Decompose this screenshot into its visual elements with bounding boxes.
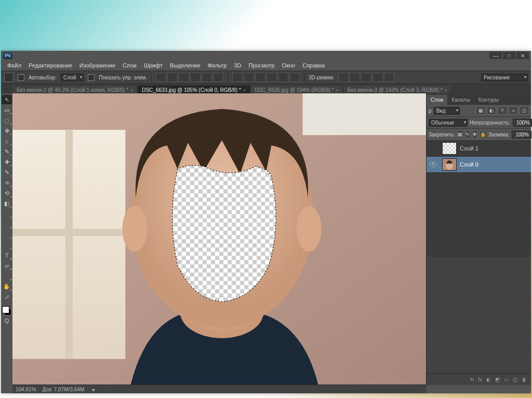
close-icon[interactable]: ×	[336, 88, 339, 93]
filter-type-dropdown[interactable]: Вид	[434, 107, 460, 115]
lock-all-icon[interactable]: 🔒	[480, 130, 486, 139]
menu-view[interactable]: Просмотр	[245, 61, 277, 70]
titlebar: Ps — □ ✕	[1, 51, 531, 60]
crop-tool[interactable]: ⌕	[2, 136, 12, 146]
brush-tool[interactable]: ✎	[2, 168, 12, 177]
minimize-button[interactable]: —	[489, 52, 502, 59]
workspace-dropdown[interactable]: Рисование	[481, 74, 528, 81]
type-tool[interactable]: T	[2, 251, 12, 260]
eraser-tool[interactable]: ◧	[2, 199, 12, 208]
blur-tool[interactable]	[2, 219, 12, 229]
layer-name[interactable]: Слой 1	[460, 145, 478, 152]
show-controls-checkbox[interactable]	[88, 74, 95, 81]
move-tool-icon[interactable]	[4, 73, 14, 82]
distribute-icon[interactable]	[232, 73, 243, 82]
gradient-tool[interactable]	[2, 209, 12, 218]
menu-filter[interactable]: Фильтр	[204, 61, 230, 70]
align-icon[interactable]	[156, 73, 166, 82]
move-tool[interactable]: ↖	[2, 95, 12, 104]
3d-icon[interactable]	[384, 73, 394, 82]
3d-icon[interactable]	[361, 73, 371, 82]
menu-type[interactable]: Шрифт	[141, 61, 166, 70]
menu-layer[interactable]: Слои	[119, 61, 140, 70]
3d-icon[interactable]	[350, 73, 360, 82]
tab-paths[interactable]: Контуры	[474, 95, 503, 105]
heal-tool[interactable]: ✚	[2, 157, 12, 167]
align-icon[interactable]	[167, 73, 178, 82]
distribute-icon[interactable]	[255, 73, 265, 82]
layer-name[interactable]: Слой 0	[460, 161, 478, 168]
filter-type-icon[interactable]: T	[498, 106, 507, 115]
opacity-value[interactable]: 100%	[513, 119, 532, 127]
document-canvas[interactable]	[12, 93, 426, 385]
tab-channels[interactable]: Каналы	[447, 95, 474, 105]
close-button[interactable]: ✕	[516, 52, 529, 59]
menu-select[interactable]: Выделение	[167, 61, 203, 70]
adjustment-icon[interactable]: ◩	[495, 377, 500, 382]
visibility-toggle[interactable]	[427, 162, 439, 167]
maximize-button[interactable]: □	[503, 52, 515, 59]
align-icon[interactable]	[190, 73, 201, 82]
stamp-tool[interactable]: ⌯	[2, 178, 12, 187]
menu-3d[interactable]: 3D	[231, 61, 244, 70]
quickmask-tool[interactable]: Q	[2, 316, 12, 325]
canvas-area[interactable]	[12, 93, 426, 385]
3d-icon[interactable]	[338, 73, 349, 82]
shape-tool[interactable]	[2, 271, 12, 281]
align-icon[interactable]	[179, 73, 189, 82]
fill-value[interactable]: 100%	[512, 131, 531, 139]
mask-icon[interactable]: ◐	[486, 377, 491, 382]
group-icon[interactable]: ▭	[504, 377, 509, 382]
filter-smart-icon[interactable]: ◫	[520, 106, 529, 115]
lasso-tool[interactable]: ◌	[2, 116, 12, 125]
zoom-level[interactable]: 104,61%	[16, 387, 36, 392]
doc-info-arrow[interactable]: ▸	[92, 387, 95, 392]
menu-file[interactable]: Файл	[4, 61, 24, 70]
close-icon[interactable]: ×	[243, 88, 246, 93]
tab-layers[interactable]: Слои	[427, 95, 447, 105]
blend-mode-dropdown[interactable]: Обычные	[429, 119, 468, 127]
align-icon[interactable]	[213, 73, 223, 82]
close-icon[interactable]: ×	[445, 88, 447, 93]
history-brush-tool[interactable]: ⟲	[2, 188, 12, 198]
pen-tool[interactable]	[2, 240, 12, 250]
marquee-tool[interactable]: ▭	[2, 105, 12, 115]
fx-icon[interactable]: fx	[478, 377, 482, 382]
distribute-icon[interactable]	[289, 73, 300, 82]
blend-row: Обычные Непрозрачность: 100%	[427, 117, 531, 129]
lock-position-icon[interactable]: ✥	[472, 130, 477, 139]
menu-image[interactable]: Изображение	[76, 61, 118, 70]
trash-icon[interactable]: 🗑	[522, 377, 527, 382]
filter-shape-icon[interactable]: ▱	[509, 106, 518, 115]
hand-tool[interactable]: ✋	[2, 282, 12, 291]
new-layer-icon[interactable]: ◫	[513, 377, 517, 382]
autoselect-checkbox[interactable]	[18, 74, 24, 81]
menu-window[interactable]: Окно	[279, 61, 299, 70]
filter-pixel-icon[interactable]: ▦	[476, 106, 485, 115]
menubar: Файл Редактирование Изображение Слои Шри…	[1, 60, 531, 71]
layer-thumbnail[interactable]	[442, 142, 457, 155]
close-icon[interactable]: ×	[130, 88, 133, 93]
eyedropper-tool[interactable]: ✎	[2, 147, 12, 156]
layer-row[interactable]: Слой 1	[427, 141, 531, 157]
align-icon[interactable]	[202, 73, 212, 82]
distribute-icon[interactable]	[267, 73, 277, 82]
zoom-tool[interactable]: ⤢	[2, 292, 12, 301]
dodge-tool[interactable]	[2, 230, 12, 239]
color-swatches[interactable]	[1, 305, 11, 315]
link-layers-icon[interactable]: ⟲	[470, 377, 474, 382]
distribute-icon[interactable]	[278, 73, 288, 82]
distribute-icon[interactable]	[244, 73, 254, 82]
fg-color-swatch[interactable]	[2, 306, 9, 313]
wand-tool[interactable]: ✥	[2, 126, 12, 135]
lock-transparency-icon[interactable]: ▦	[457, 130, 463, 139]
menu-edit[interactable]: Редактирование	[25, 61, 75, 70]
layer-row[interactable]: Слой 0	[427, 157, 531, 173]
lock-pixels-icon[interactable]: ✎	[465, 130, 470, 139]
filter-adjust-icon[interactable]: ◐	[487, 106, 496, 115]
autoselect-dropdown[interactable]: Слой	[61, 74, 84, 81]
path-tool[interactable]: ▱	[2, 261, 12, 270]
menu-help[interactable]: Справка	[299, 61, 328, 70]
3d-icon[interactable]	[373, 73, 383, 82]
layer-thumbnail[interactable]	[442, 158, 457, 171]
